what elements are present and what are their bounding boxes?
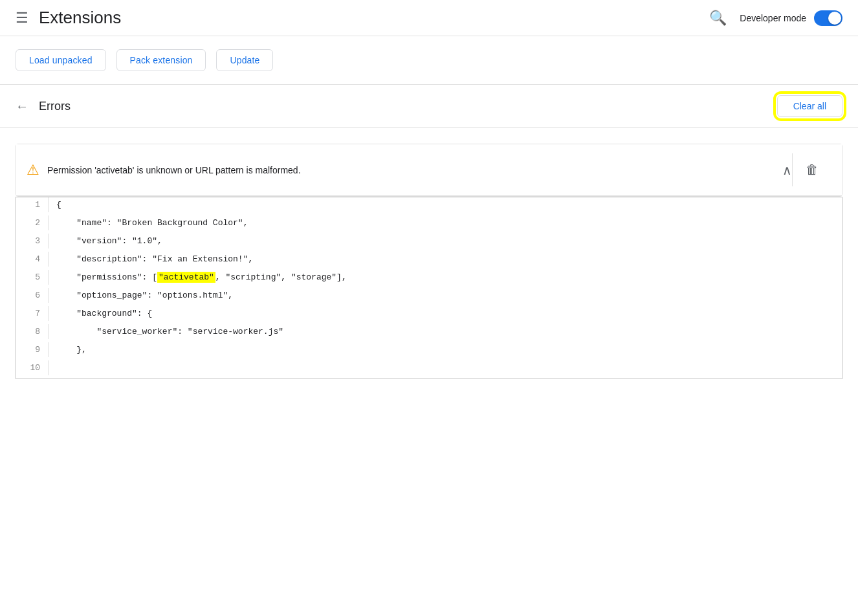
line-num-3: 3 [16,234,49,248]
line-content-6: "options_page": "options.html", [49,288,241,303]
code-line-10: 10 [16,360,842,379]
line-num-8: 8 [16,324,49,339]
code-line-7: 7 "background": { [16,306,842,324]
clear-all-button[interactable]: Clear all [777,95,842,117]
line-content-3: "version": "1.0", [49,234,170,248]
search-icon[interactable]: 🔍 [709,10,727,27]
line-num-7: 7 [16,306,49,321]
code-line-6: 6 "options_page": "options.html", [16,288,842,306]
page-title: Extensions [39,8,709,28]
back-arrow-icon[interactable]: ← [16,99,28,114]
error-message: Permission 'activetab' is unknown or URL… [47,165,782,175]
developer-mode-label: Developer mode [740,13,806,23]
line-content-9: }, [49,342,94,357]
delete-section: 🗑 [792,153,831,186]
line-content-2: "name": "Broken Background Color", [49,215,256,230]
code-line-1: 1 { [16,197,842,215]
line-num-6: 6 [16,288,49,303]
code-line-9: 9 }, [16,342,842,360]
line-content-7: "background": { [49,306,160,321]
code-line-3: 3 "version": "1.0", [16,234,842,252]
menu-icon[interactable]: ☰ [16,10,28,27]
developer-mode-toggle[interactable] [814,10,842,26]
header: ☰ Extensions 🔍 Developer mode [0,0,858,36]
delete-icon[interactable]: 🗑 [806,162,819,177]
errors-title: Errors [39,100,777,113]
warning-icon: ⚠ [27,162,39,179]
highlight-activetab: "activetab" [157,272,215,283]
code-line-5: 5 "permissions": ["activetab", "scriptin… [16,270,842,288]
line-num-1: 1 [16,197,49,212]
line-num-2: 2 [16,215,49,230]
line-content-8: "service_worker": "service-worker.js" [49,324,291,339]
line-content-4: "description": "Fix an Extension!", [49,252,261,267]
line-num-5: 5 [16,270,49,285]
toggle-knob [828,12,841,25]
error-header: ⚠ Permission 'activetab' is unknown or U… [16,144,842,196]
line-content-1: { [49,197,69,212]
code-line-2: 2 "name": "Broken Background Color", [16,215,842,234]
chevron-up-icon[interactable]: ∧ [782,162,792,178]
code-block: 1 { 2 "name": "Broken Background Color",… [16,197,842,379]
line-num-10: 10 [16,360,49,375]
toolbar: Load unpacked Pack extension Update [0,36,858,85]
update-button[interactable]: Update [216,49,273,71]
load-unpacked-button[interactable]: Load unpacked [16,49,106,71]
pack-extension-button[interactable]: Pack extension [116,49,206,71]
line-num-9: 9 [16,342,49,357]
line-content-10 [49,365,64,370]
code-line-4: 4 "description": "Fix an Extension!", [16,252,842,270]
line-num-4: 4 [16,252,49,267]
error-item: ⚠ Permission 'activetab' is unknown or U… [16,144,842,197]
line-content-5: "permissions": ["activetab", "scripting"… [49,270,355,285]
errors-bar: ← Errors Clear all [0,85,858,128]
code-line-8: 8 "service_worker": "service-worker.js" [16,324,842,342]
